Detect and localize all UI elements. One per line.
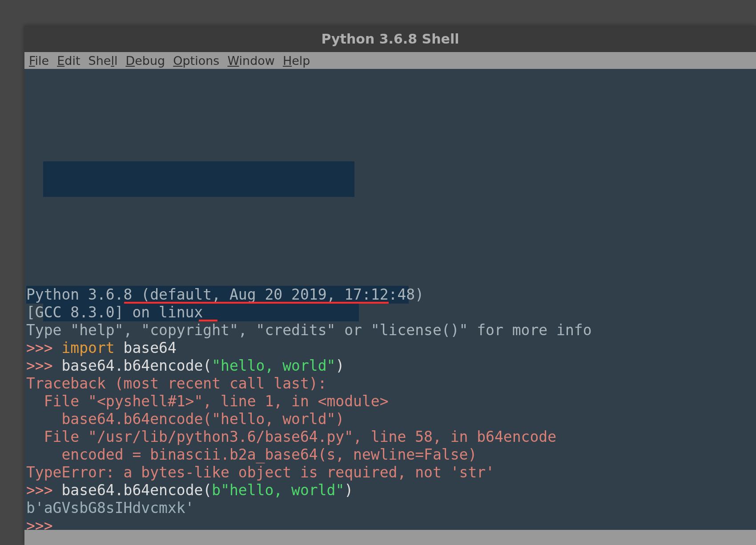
- status-bar: [24, 530, 756, 545]
- cmd1-rest: base64: [115, 339, 177, 357]
- cmd3-pre: base64.b64encode(: [61, 481, 212, 499]
- menu-edit[interactable]: Edit: [57, 54, 80, 68]
- cmd3-string: "hello, world": [221, 481, 344, 499]
- cmd2-pre: base64.b64encode(: [61, 357, 212, 374]
- banner-line-3: Type "help", "copyright", "credits" or "…: [26, 321, 592, 339]
- window-title: Python 3.6.8 Shell: [322, 31, 459, 47]
- banner-line-1: Python 3.6.8 (default, Aug 20 2019, 17:1…: [26, 286, 433, 303]
- idle-window: Python 3.6.8 Shell File Edit Shell Debug…: [24, 26, 756, 545]
- traceback-line: base64.b64encode("hello, world"): [26, 410, 344, 428]
- output-line: b'aGVsbG8sIHdvcmxk': [26, 499, 194, 517]
- cmd2-string: "hello, world": [212, 357, 335, 374]
- menu-window[interactable]: Window: [227, 54, 274, 68]
- menu-debug[interactable]: Debug: [125, 54, 165, 68]
- menu-file[interactable]: File: [29, 54, 49, 68]
- traceback-header: Traceback (most recent call last):: [26, 375, 327, 392]
- shell-text: Python 3.6.8 (default, Aug 20 2019, 17:1…: [26, 286, 754, 530]
- cmd3-bytes-prefix: b: [212, 481, 221, 499]
- prompt: >>>: [26, 339, 61, 357]
- traceback-line: encoded = binascii.b2a_base64(s, newline…: [26, 446, 477, 463]
- prompt: >>>: [26, 357, 61, 374]
- menu-shell[interactable]: Shell: [88, 54, 118, 68]
- prompt-empty: >>>: [26, 517, 61, 530]
- menu-options[interactable]: Options: [173, 54, 219, 68]
- cmd3-post: ): [344, 481, 353, 499]
- traceback-line: File "/usr/lib/python3.6/base64.py", lin…: [26, 428, 556, 445]
- menu-help[interactable]: Help: [283, 54, 310, 68]
- cmd2-post: ): [335, 357, 344, 374]
- prompt: >>>: [26, 481, 61, 499]
- window-titlebar[interactable]: Python 3.6.8 Shell: [24, 26, 756, 52]
- traceback-error: TypeError: a bytes-like object is requir…: [26, 464, 495, 481]
- traceback-line: File "<pyshell#1>", line 1, in <module>: [26, 393, 389, 410]
- banner-line-2: [GCC 8.3.0] on linux: [26, 304, 203, 321]
- menu-bar: File Edit Shell Debug Options Window Hel…: [24, 52, 756, 69]
- shell-text-area[interactable]: Python 3.6.8 (default, Aug 20 2019, 17:1…: [24, 69, 756, 530]
- keyword-import: import: [61, 339, 114, 357]
